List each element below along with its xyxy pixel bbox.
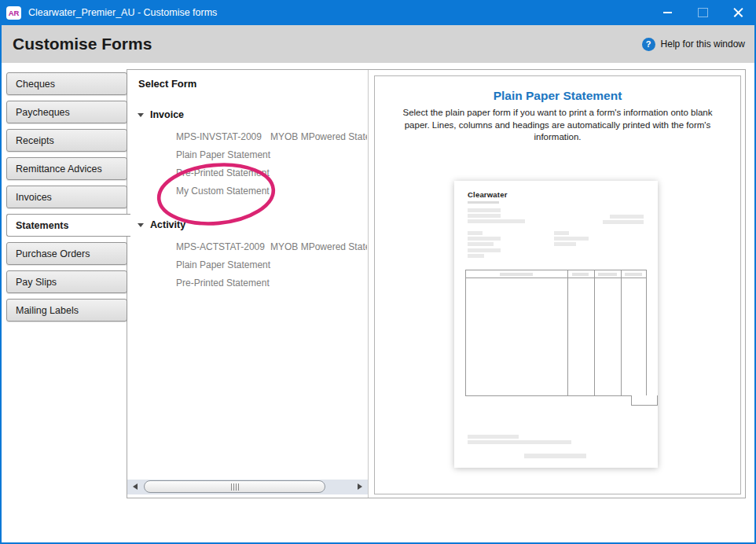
tab-label: Cheques: [16, 79, 55, 90]
help-label: Help for this window: [661, 39, 745, 50]
tab-mailing-labels[interactable]: Mailing Labels: [6, 299, 127, 322]
form-type-tabs: ChequesPaychequesReceiptsRemittance Advi…: [6, 72, 130, 327]
tab-cheques[interactable]: Cheques: [6, 72, 127, 95]
tree-rows-invoice: MPS-INVSTAT-2009MYOB MPowered StatementP…: [127, 127, 368, 200]
placeholder-bar: [468, 440, 571, 444]
table-column-line: [594, 270, 595, 395]
horizontal-scrollbar[interactable]: [127, 480, 368, 494]
placeholder-bar: [625, 273, 642, 276]
scroll-left-arrow-icon[interactable]: [133, 483, 138, 490]
form-item-name: Pre-Printed Statement: [176, 167, 270, 178]
thumb-grip-icon: [233, 483, 234, 491]
form-item-mps-invstat-2009[interactable]: MPS-INVSTAT-2009MYOB MPowered Statement: [127, 127, 368, 145]
preview-company-name: Clearwater: [468, 190, 508, 199]
table-column-line: [567, 270, 568, 395]
page-title: Customise Forms: [13, 35, 642, 53]
placeholder-bar: [468, 254, 484, 258]
form-item-plain-paper-statement[interactable]: Plain Paper Statement: [127, 255, 368, 274]
form-item-name: Plain Paper Statement: [176, 259, 270, 270]
placeholder-bar: [468, 248, 501, 252]
tree-rows-activity: MPS-ACTSTAT-2009MYOB MPowered StatementP…: [127, 237, 368, 292]
scroll-right-arrow-icon[interactable]: [358, 483, 362, 490]
tab-label: Statements: [16, 220, 68, 231]
form-item-description: MYOB MPowered Statement: [270, 127, 367, 145]
tab-purchase-orders[interactable]: Purchase Orders: [6, 242, 127, 265]
preview-table-header: [466, 270, 646, 278]
close-window-button[interactable]: [721, 0, 756, 25]
select-form-heading: Select Form: [138, 78, 368, 90]
placeholder-bar: [468, 231, 483, 235]
tab-invoices[interactable]: Invoices: [6, 186, 127, 208]
form-item-name: Pre-Printed Statement: [176, 278, 270, 289]
help-link[interactable]: ? Help for this window: [642, 38, 745, 51]
placeholder-bar: [500, 273, 533, 276]
window-title: Clearwater_Premier_AU - Customise forms: [28, 7, 650, 18]
preview-total-box: [631, 395, 658, 406]
form-item-pre-printed-statement[interactable]: Pre-Printed Statement: [127, 164, 368, 182]
placeholder-bar: [554, 231, 569, 235]
maximize-button[interactable]: [685, 0, 721, 25]
form-item-name: MPS-ACTSTAT-2009: [176, 241, 265, 252]
preview-description: Select the plain paper form if you want …: [391, 107, 725, 144]
tab-pay-slips[interactable]: Pay Slips: [6, 270, 127, 293]
tab-remittance-advices[interactable]: Remittance Advices: [6, 157, 127, 180]
tab-label: Paycheques: [16, 107, 70, 118]
tab-receipts[interactable]: Receipts: [6, 129, 127, 152]
placeholder-bar: [554, 242, 576, 246]
title-bar: AR Clearwater_Premier_AU - Customise for…: [0, 0, 756, 25]
scrollbar-thumb[interactable]: [144, 480, 325, 493]
form-preview-pane: Plain Paper Statement Select the plain p…: [374, 75, 741, 494]
preview-table: [465, 270, 647, 396]
tree-group-activity[interactable]: Activity: [138, 219, 368, 231]
content-panel: Select FormInvoiceMPS-INVSTAT-2009MYOB M…: [127, 69, 746, 498]
window-controls: [650, 0, 756, 25]
placeholder-bar: [468, 214, 501, 218]
close-icon: [733, 8, 743, 18]
tree-group-invoice[interactable]: Invoice: [138, 108, 368, 121]
placeholder-bar: [468, 208, 501, 212]
form-item-name: My Custom Statement: [176, 186, 270, 197]
tree-group-label: Invoice: [150, 109, 184, 120]
header-band: Customise Forms ? Help for this window: [0, 25, 756, 63]
collapse-triangle-icon[interactable]: [138, 113, 144, 117]
placeholder-bar: [572, 273, 589, 276]
minimize-button[interactable]: [650, 0, 685, 25]
placeholder-bar: [554, 237, 589, 241]
tree-group-label: Activity: [150, 219, 185, 230]
tab-label: Receipts: [16, 135, 54, 146]
placeholder-bar: [468, 237, 501, 241]
placeholder-bar: [598, 273, 617, 276]
tab-label: Invoices: [16, 192, 52, 203]
tab-statements[interactable]: Statements: [6, 214, 130, 237]
placeholder-bar: [468, 435, 519, 439]
form-item-plain-paper-statement[interactable]: Plain Paper Statement: [127, 145, 368, 164]
placeholder-bar: [524, 454, 586, 458]
tab-paycheques[interactable]: Paycheques: [6, 101, 127, 123]
form-item-description: MYOB MPowered Statement: [270, 237, 367, 255]
form-tree: Select FormInvoiceMPS-INVSTAT-2009MYOB M…: [127, 70, 368, 498]
tab-label: Purchase Orders: [16, 248, 90, 259]
app-logo-icon: AR: [6, 6, 21, 20]
minimize-icon: [663, 12, 672, 13]
placeholder-abn-text: [468, 201, 499, 204]
tab-label: Remittance Advices: [16, 164, 102, 175]
form-item-mps-actstat-2009[interactable]: MPS-ACTSTAT-2009MYOB MPowered Statement: [127, 237, 368, 255]
table-column-line: [621, 270, 622, 395]
tab-label: Pay Slips: [16, 277, 57, 288]
placeholder-bar: [468, 219, 525, 223]
form-item-name: Plain Paper Statement: [176, 149, 270, 160]
thumb-grip-icon: [236, 483, 237, 491]
form-item-pre-printed-statement[interactable]: Pre-Printed Statement: [127, 274, 368, 292]
placeholder-bar: [603, 220, 644, 224]
maximize-icon: [698, 8, 708, 17]
preview-title: Plain Paper Statement: [375, 89, 740, 103]
collapse-triangle-icon[interactable]: [138, 223, 144, 227]
panel-divider: [368, 70, 369, 498]
thumb-grip-icon: [231, 483, 232, 491]
form-item-name: MPS-INVSTAT-2009: [176, 131, 262, 142]
tab-label: Mailing Labels: [16, 305, 79, 316]
help-icon: ?: [642, 38, 655, 51]
main-area: ChequesPaychequesReceiptsRemittance Advi…: [0, 63, 756, 544]
placeholder-bar: [610, 215, 644, 219]
form-item-my-custom-statement[interactable]: My Custom Statement: [127, 182, 368, 200]
